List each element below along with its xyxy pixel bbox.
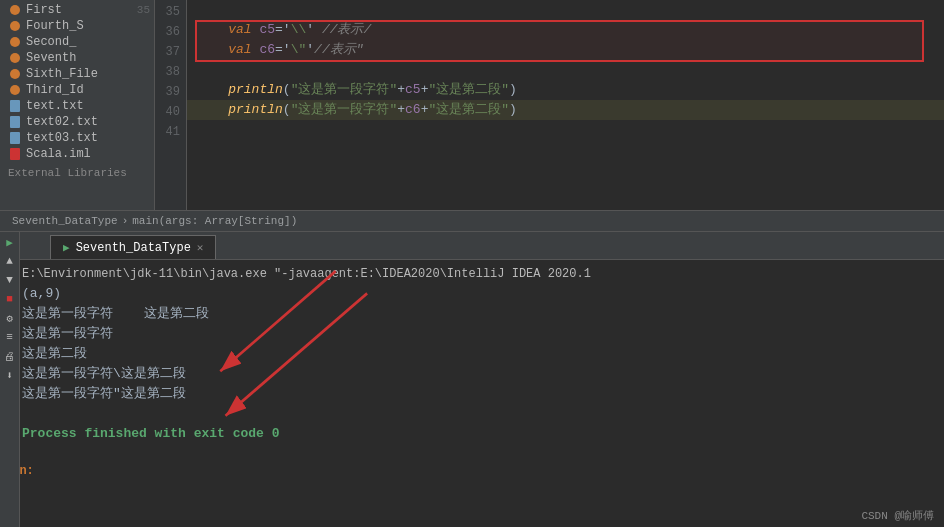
sidebar-item-seventh[interactable]: Seventh: [0, 50, 154, 66]
sidebar-item-label: Fourth_S: [26, 19, 84, 33]
breadcrumb-method: main(args: Array[String]): [132, 215, 297, 227]
sidebar-item-first[interactable]: First 35: [0, 2, 154, 18]
output-finish: Process finished with exit code 0: [22, 424, 934, 444]
sidebar-item-second[interactable]: Second_: [0, 34, 154, 50]
breadcrumb-sep: ›: [122, 215, 129, 227]
sidebar-item-fourth[interactable]: Fourth_S: [0, 18, 154, 34]
line-numbers: 35 36 37 38 39 40 41: [155, 0, 187, 210]
sidebar-item-label: text02.txt: [26, 115, 98, 129]
code-line-38: [187, 60, 944, 80]
sidebar-item-label: Seventh: [26, 51, 76, 65]
sidebar-item-text02[interactable]: text02.txt: [0, 114, 154, 130]
code-editor[interactable]: val c5='\\' //表示/ val c6='\"'//表示" print…: [187, 0, 944, 210]
output-line-2: 这是第一段字符 这是第二段: [22, 304, 934, 324]
sidebar-item-text[interactable]: text.txt: [0, 98, 154, 114]
watermark: CSDN @喻师傅: [861, 508, 934, 523]
code-line-36: val c5='\\' //表示/: [187, 20, 944, 40]
sidebar-item-label: Second_: [26, 35, 76, 49]
output-line-5: 这是第一段字符\这是第二段: [22, 364, 934, 384]
breadcrumb-file: Seventh_DataType: [12, 215, 118, 227]
code-line-37: val c6='\"'//表示": [187, 40, 944, 60]
output-line-4: 这是第二段: [22, 344, 934, 364]
output-cmd: E:\Environment\jdk-11\bin\java.exe "-jav…: [22, 264, 934, 284]
sidebar-item-text03[interactable]: text03.txt: [0, 130, 154, 146]
sidebar-item-external[interactable]: External Libraries: [0, 166, 154, 180]
sidebar-item-third[interactable]: Third_Id: [0, 82, 154, 98]
run-tab-seventh[interactable]: ▶ Seventh_DataType ✕: [50, 235, 216, 259]
sidebar-item-label: Sixth_File: [26, 67, 98, 81]
sidebar-item-label: Third_Id: [26, 83, 84, 97]
code-line-40: println("这是第一段字符"+c6+"这是第二段"): [187, 100, 944, 120]
run-tab-bar: Run: ▶ Seventh_DataType ✕: [0, 232, 944, 260]
sidebar-item-label: text.txt: [26, 99, 84, 113]
code-line-35: [187, 0, 944, 20]
file-tree: First 35 Fourth_S Second_ Seventh Sixth_…: [0, 0, 155, 210]
output-line-3: 这是第一段字符: [22, 324, 934, 344]
sidebar-item-label: Scala.iml: [26, 147, 91, 161]
sidebar-item-label: First: [26, 3, 62, 17]
sidebar-item-label: External Libraries: [8, 167, 127, 179]
sidebar-item-sixth[interactable]: Sixth_File: [0, 66, 154, 82]
run-tab-label: Seventh_DataType: [76, 241, 191, 255]
run-output: E:\Environment\jdk-11\bin\java.exe "-jav…: [0, 260, 944, 527]
output-line-6: 这是第一段字符"这是第二段: [22, 384, 934, 404]
breadcrumb: Seventh_DataType › main(args: Array[Stri…: [0, 210, 944, 232]
sidebar-item-label: text03.txt: [26, 131, 98, 145]
code-line-39: println("这是第一段字符"+c5+"这是第二段"): [187, 80, 944, 100]
code-line-41: [187, 120, 944, 140]
run-play-button[interactable]: ▶: [2, 234, 18, 250]
run-section: Run: ▶ Seventh_DataType ✕ ▶ ▲ ▼ ■ ⚙ ≡ 🖨 …: [0, 232, 944, 527]
sidebar-item-scala-iml[interactable]: Scala.iml: [0, 146, 154, 162]
output-line-1: (a,9): [22, 284, 934, 304]
